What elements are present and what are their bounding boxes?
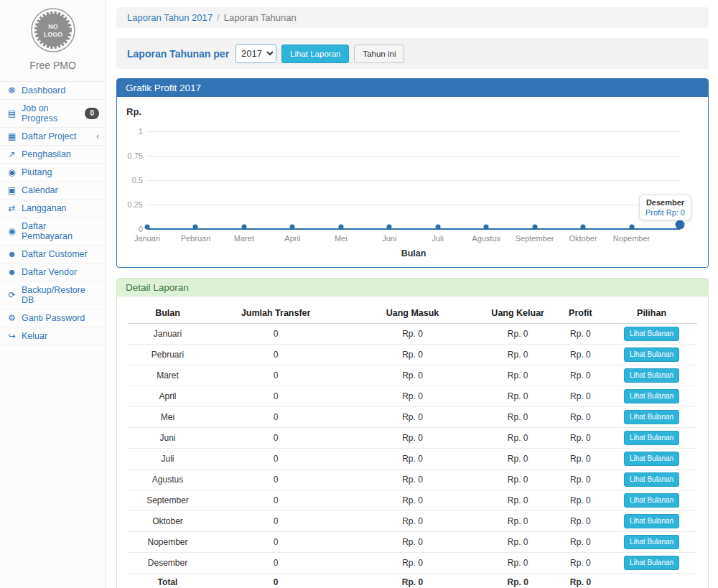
sidebar-item-label: Job on Progress bbox=[22, 103, 80, 123]
sidebar-item-label: Daftar Customer bbox=[22, 249, 88, 259]
cell-bulan: Desember bbox=[128, 553, 208, 574]
data-point-agustus[interactable] bbox=[484, 225, 489, 230]
y-axis-tick: 0.25 bbox=[118, 200, 143, 209]
cell-keluar: Rp. 0 bbox=[481, 407, 555, 428]
sidebar-item-penghasilan[interactable]: ↗Penghasilan bbox=[0, 146, 106, 164]
sidebar-item-daftar-pembayaran[interactable]: ◉Daftar Pembayaran bbox=[0, 218, 106, 246]
svg-text:NO: NO bbox=[48, 23, 58, 30]
cell-jumlah: 0 bbox=[208, 428, 344, 449]
lihat-bulanan-button-pebruari[interactable]: Lihat Bulanan bbox=[624, 347, 679, 362]
money-icon: ◉ bbox=[6, 226, 17, 236]
cell-masuk: Rp. 0 bbox=[344, 324, 480, 345]
lihat-bulanan-button-juli[interactable]: Lihat Bulanan bbox=[624, 452, 679, 466]
sidebar-item-label: Daftar Project bbox=[22, 131, 76, 141]
table-row-oktober: Oktober0Rp. 0Rp. 0Rp. 0Lihat Bulanan bbox=[128, 511, 697, 532]
cell-masuk: Rp. 0 bbox=[344, 511, 480, 532]
lihat-bulanan-button-september[interactable]: Lihat Bulanan bbox=[624, 493, 679, 508]
table-total-row: Total0Rp. 0Rp. 0Rp. 0 bbox=[128, 574, 697, 588]
data-point-oktober[interactable] bbox=[581, 225, 586, 230]
data-point-pebruari[interactable] bbox=[193, 225, 198, 230]
year-select[interactable]: 2017 bbox=[236, 44, 276, 63]
table-row-april: April0Rp. 0Rp. 0Rp. 0Lihat Bulanan bbox=[128, 386, 697, 407]
x-axis-label: Oktober bbox=[569, 234, 597, 243]
sidebar-item-ganti-password[interactable]: ⚙Ganti Password bbox=[0, 309, 106, 327]
sidebar-item-dashboard[interactable]: ☸Dashboard bbox=[0, 82, 106, 100]
lihat-bulanan-button-april[interactable]: Lihat Bulanan bbox=[624, 389, 679, 403]
sidebar-item-langganan[interactable]: ⇄Langganan bbox=[0, 200, 106, 218]
data-point-januari[interactable] bbox=[145, 225, 150, 230]
data-point-juli[interactable] bbox=[435, 225, 440, 230]
lihat-bulanan-button-oktober[interactable]: Lihat Bulanan bbox=[624, 514, 679, 528]
sidebar-item-daftar-project[interactable]: ▦Daftar Project‹ bbox=[0, 128, 106, 146]
column-header-bulan: Bulan bbox=[128, 302, 208, 324]
table-row-mei: Mei0Rp. 0Rp. 0Rp. 0Lihat Bulanan bbox=[128, 407, 697, 428]
tahun-ini-button[interactable]: Tahun ini bbox=[354, 45, 404, 63]
data-point-desember[interactable] bbox=[676, 220, 685, 230]
lihat-bulanan-button-maret[interactable]: Lihat Bulanan bbox=[624, 368, 679, 383]
cell-jumlah: 0 bbox=[208, 386, 344, 407]
y-axis-tick: 1 bbox=[118, 127, 143, 136]
detail-panel-body: BulanJumlah TransferUang MasukUang Kelua… bbox=[117, 297, 708, 588]
sign-out-icon: ↪ bbox=[6, 331, 17, 341]
lihat-bulanan-button-juni[interactable]: Lihat Bulanan bbox=[624, 431, 679, 445]
cell-jumlah: 0 bbox=[208, 365, 344, 386]
data-point-nopember[interactable] bbox=[629, 225, 634, 230]
sidebar-item-label: Backup/Restore DB bbox=[22, 285, 99, 305]
cell-bulan: April bbox=[128, 386, 208, 407]
x-axis-label: Juli bbox=[432, 234, 444, 243]
retweet-icon: ⇄ bbox=[6, 203, 17, 213]
cell-bulan: Juli bbox=[128, 449, 208, 470]
cell-bulan: Total bbox=[128, 574, 208, 588]
sidebar-item-calendar[interactable]: ▣Calendar bbox=[0, 182, 106, 200]
tooltip-month: Desember bbox=[645, 198, 685, 207]
cell-jumlah: 0 bbox=[208, 553, 344, 574]
chart-tooltip: DesemberProfit Rp: 0 bbox=[639, 195, 691, 220]
x-axis-label: Juni bbox=[382, 234, 396, 243]
cell-pilihan: Lihat Bulanan bbox=[606, 449, 697, 470]
sidebar-item-daftar-customer[interactable]: ☻Daftar Customer bbox=[0, 246, 106, 263]
cell-masuk: Rp. 0 bbox=[344, 574, 480, 588]
table-header-row: BulanJumlah TransferUang MasukUang Kelua… bbox=[128, 302, 697, 324]
table-row-januari: Januari0Rp. 0Rp. 0Rp. 0Lihat Bulanan bbox=[128, 324, 697, 345]
column-header-jumlah-transfer: Jumlah Transfer bbox=[208, 302, 344, 324]
cell-masuk: Rp. 0 bbox=[344, 470, 480, 490]
x-axis-label: Januari bbox=[134, 234, 160, 243]
cell-keluar: Rp. 0 bbox=[481, 428, 555, 449]
lihat-bulanan-button-desember[interactable]: Lihat Bulanan bbox=[624, 556, 679, 570]
cell-keluar: Rp. 0 bbox=[481, 386, 555, 407]
cell-bulan: Juni bbox=[128, 428, 208, 449]
data-point-september[interactable] bbox=[532, 225, 537, 230]
cell-keluar: Rp. 0 bbox=[481, 532, 555, 553]
data-point-maret[interactable] bbox=[241, 225, 246, 230]
lihat-bulanan-button-agustus[interactable]: Lihat Bulanan bbox=[624, 472, 679, 487]
sidebar-item-backup-restore-db[interactable]: ⟳Backup/Restore DB bbox=[0, 281, 106, 309]
sidebar-item-piutang[interactable]: ◉Piutang bbox=[0, 164, 106, 182]
lihat-bulanan-button-nopember[interactable]: Lihat Bulanan bbox=[624, 535, 679, 549]
x-axis-title: Bulan bbox=[401, 248, 426, 258]
sidebar-item-job-on-progress[interactable]: ▤Job on Progress0 bbox=[0, 100, 106, 128]
data-point-mei[interactable] bbox=[338, 225, 343, 230]
tooltip-profit-value: Profit Rp: 0 bbox=[645, 208, 685, 217]
cell-pilihan: Lihat Bulanan bbox=[606, 553, 697, 574]
lihat-laporan-button[interactable]: Lihat Laporan bbox=[281, 45, 349, 63]
cell-profit: Rp. 0 bbox=[555, 365, 606, 386]
column-header-profit: Profit bbox=[555, 302, 606, 324]
users-icon: ☻ bbox=[6, 249, 17, 259]
cell-masuk: Rp. 0 bbox=[344, 386, 480, 407]
sidebar-item-keluar[interactable]: ↪Keluar bbox=[0, 327, 106, 345]
sidebar-item-daftar-vendor[interactable]: ☻Daftar Vendor bbox=[0, 263, 106, 281]
profit-chart-panel: Grafik Profit 2017 Rp. 10.750.50.250Janu… bbox=[116, 78, 709, 268]
cell-pilihan: Lihat Bulanan bbox=[606, 324, 697, 345]
cell-jumlah: 0 bbox=[208, 470, 344, 490]
data-point-april[interactable] bbox=[290, 225, 295, 230]
x-axis-label: Mei bbox=[335, 234, 348, 243]
data-point-juni[interactable] bbox=[387, 225, 392, 230]
cell-pilihan: Lihat Bulanan bbox=[606, 511, 697, 532]
table-row-nopember: Nopember0Rp. 0Rp. 0Rp. 0Lihat Bulanan bbox=[128, 532, 697, 553]
lihat-bulanan-button-mei[interactable]: Lihat Bulanan bbox=[624, 410, 679, 424]
lihat-bulanan-button-januari[interactable]: Lihat Bulanan bbox=[624, 327, 679, 341]
gridline bbox=[147, 131, 680, 132]
breadcrumb-link-laporan-tahun[interactable]: Laporan Tahun 2017 bbox=[127, 12, 213, 23]
table-row-juni: Juni0Rp. 0Rp. 0Rp. 0Lihat Bulanan bbox=[128, 428, 697, 449]
cell-profit: Rp. 0 bbox=[555, 574, 606, 588]
